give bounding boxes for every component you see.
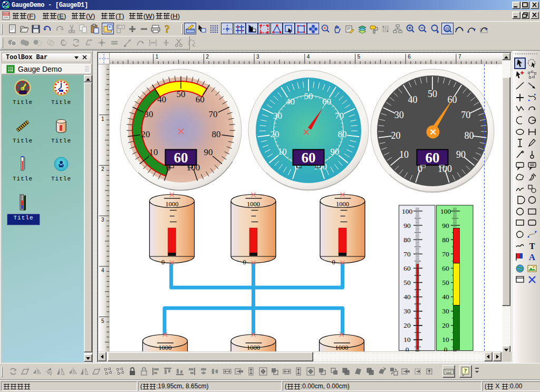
svg-text:10: 10 [278, 147, 287, 157]
svg-text:100: 100 [402, 207, 413, 215]
svg-text:90: 90 [442, 222, 449, 230]
svg-text:?: ? [464, 367, 467, 374]
svg-text:40: 40 [442, 293, 449, 301]
svg-text:60: 60 [196, 94, 205, 104]
svg-text:0: 0 [444, 346, 448, 352]
svg-text:80: 80 [212, 129, 221, 139]
svg-text:1000: 1000 [166, 200, 179, 208]
svg-text:A: A [529, 252, 536, 262]
svg-text:1000: 1000 [247, 200, 260, 208]
svg-text:30: 30 [144, 109, 153, 119]
svg-text:20: 20 [391, 130, 401, 141]
svg-text:?: ? [165, 24, 170, 34]
svg-text:6: 6 [408, 54, 411, 60]
svg-text:0: 0 [406, 346, 409, 352]
svg-text:1000: 1000 [335, 344, 349, 351]
svg-text:3: 3 [256, 54, 259, 60]
svg-text:60: 60 [403, 264, 411, 272]
svg-text:70: 70 [209, 109, 218, 119]
svg-text:90: 90 [204, 147, 213, 157]
svg-text:90: 90 [456, 149, 466, 160]
svg-text:60: 60 [174, 150, 188, 166]
svg-text:50: 50 [403, 279, 411, 286]
svg-text:20: 20 [271, 129, 279, 139]
svg-text:DOC: DOC [4, 13, 10, 16]
svg-text:10: 10 [442, 336, 449, 343]
svg-text:100: 100 [440, 207, 451, 215]
svg-text:0: 0 [161, 259, 165, 266]
svg-text:40: 40 [286, 97, 295, 107]
svg-text:60: 60 [442, 264, 449, 272]
svg-text:1000: 1000 [247, 344, 260, 351]
svg-text:60: 60 [302, 150, 316, 166]
svg-text:70: 70 [403, 250, 411, 258]
svg-text:90: 90 [330, 147, 339, 157]
svg-text:40: 40 [408, 94, 418, 105]
svg-text:T: T [529, 242, 535, 251]
svg-text:4: 4 [101, 267, 104, 273]
svg-text:0: 0 [243, 259, 246, 266]
svg-text:40: 40 [157, 94, 166, 104]
svg-text:10: 10 [149, 147, 158, 157]
svg-text:50: 50 [442, 279, 449, 286]
svg-text:80: 80 [442, 236, 449, 244]
svg-text:50: 50 [304, 91, 313, 101]
svg-text:1000: 1000 [159, 344, 172, 351]
svg-text:10: 10 [399, 149, 409, 160]
svg-text:70: 70 [335, 111, 344, 121]
svg-text:30: 30 [403, 307, 411, 315]
svg-text:5: 5 [101, 318, 104, 324]
svg-text:3: 3 [101, 217, 104, 223]
svg-text:60: 60 [322, 97, 331, 107]
svg-text:1: 1 [156, 54, 159, 60]
svg-text:1000: 1000 [336, 200, 349, 208]
svg-text:0: 0 [332, 259, 335, 266]
svg-text:70: 70 [442, 250, 449, 258]
svg-text:80: 80 [403, 236, 411, 244]
svg-text:1: 1 [101, 116, 104, 122]
svg-text:2: 2 [206, 54, 209, 60]
svg-text:80: 80 [464, 130, 474, 141]
svg-text:60: 60 [426, 150, 440, 166]
svg-text:70: 70 [461, 110, 470, 120]
svg-text:40: 40 [403, 293, 411, 301]
svg-text:80: 80 [338, 129, 347, 139]
svg-text:7: 7 [458, 54, 461, 60]
svg-text:@: @ [445, 26, 449, 32]
svg-text:30: 30 [273, 111, 282, 121]
svg-text:30: 30 [442, 307, 449, 315]
svg-text:50: 50 [177, 89, 186, 99]
svg-text:30: 30 [394, 110, 404, 120]
svg-text:20: 20 [442, 321, 449, 329]
svg-text:90: 90 [403, 222, 411, 230]
svg-text:20: 20 [141, 129, 150, 139]
svg-text:5: 5 [358, 54, 361, 60]
svg-text:50: 50 [428, 89, 437, 99]
svg-text:4: 4 [307, 54, 310, 60]
svg-text:2: 2 [101, 166, 104, 172]
svg-text:20: 20 [403, 321, 411, 329]
svg-text:10: 10 [403, 336, 411, 343]
